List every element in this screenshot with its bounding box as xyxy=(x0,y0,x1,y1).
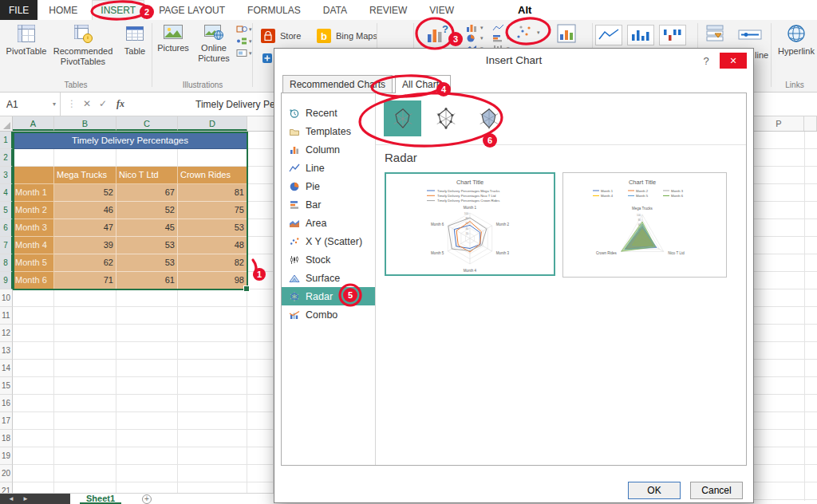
cell[interactable] xyxy=(116,412,178,430)
row-header[interactable]: 7 xyxy=(0,237,13,254)
cell[interactable] xyxy=(13,377,54,395)
cell[interactable] xyxy=(247,325,274,342)
pie-chart-button[interactable]: ▾ xyxy=(466,33,491,43)
cell[interactable] xyxy=(54,360,116,377)
subtype-radar-with-markers[interactable] xyxy=(427,100,464,136)
category-combo[interactable]: Combo xyxy=(282,305,375,324)
tab-formulas[interactable]: FORMULAS xyxy=(239,0,309,20)
cell[interactable]: 71 xyxy=(54,272,116,289)
category-x-y-scatter-[interactable]: X Y (Scatter) xyxy=(282,232,375,250)
cell[interactable] xyxy=(178,430,247,447)
tab-home[interactable]: HOME xyxy=(41,0,85,20)
cell[interactable] xyxy=(178,465,247,482)
select-all-corner[interactable] xyxy=(0,116,13,131)
category-surface[interactable]: Surface xyxy=(282,269,375,287)
cell[interactable] xyxy=(247,254,274,272)
cell[interactable]: 39 xyxy=(54,237,116,254)
line-chart-button[interactable]: ▾ xyxy=(492,23,518,33)
cell[interactable] xyxy=(247,167,274,184)
cell-title[interactable]: Timely Delivery Percentages xyxy=(13,132,247,149)
row-header[interactable]: 19 xyxy=(0,447,13,465)
cell[interactable] xyxy=(116,360,178,377)
scatter-chart-button[interactable]: ▾ xyxy=(515,25,540,41)
cell[interactable] xyxy=(54,395,116,412)
tab-view[interactable]: VIEW xyxy=(421,0,462,20)
cell[interactable] xyxy=(247,342,274,360)
column-sparkline-button[interactable] xyxy=(627,25,654,45)
store-button[interactable]: Store xyxy=(260,28,301,44)
cell[interactable]: Month 1 xyxy=(13,184,54,202)
cell[interactable]: 48 xyxy=(178,237,247,254)
cell[interactable] xyxy=(13,325,54,342)
chart-preview-radar[interactable]: Chart TitleTimely Delivery Percentages M… xyxy=(385,172,555,276)
cell[interactable]: 67 xyxy=(116,184,178,202)
cell[interactable] xyxy=(247,465,274,482)
cell[interactable] xyxy=(247,447,274,465)
category-templates[interactable]: Templates xyxy=(282,122,375,140)
pictures-button[interactable]: Pictures xyxy=(155,23,191,53)
cell[interactable] xyxy=(54,465,116,482)
cell[interactable] xyxy=(178,342,247,360)
row-header[interactable]: 13 xyxy=(0,342,13,360)
cell[interactable]: 53 xyxy=(116,237,178,254)
row-header[interactable]: 18 xyxy=(0,430,13,447)
cell[interactable] xyxy=(247,219,274,237)
row-header[interactable]: 2 xyxy=(0,149,13,167)
category-area[interactable]: Area xyxy=(282,214,375,232)
timeline-button[interactable] xyxy=(734,23,766,45)
cell[interactable] xyxy=(247,202,274,219)
chart-preview-filled-radar[interactable]: Chart TitleMonth 1Month 2Month 3Month 4M… xyxy=(562,172,727,278)
cell[interactable] xyxy=(178,289,247,307)
cell[interactable]: 52 xyxy=(116,202,178,219)
cell[interactable] xyxy=(54,412,116,430)
cell[interactable]: 53 xyxy=(116,254,178,272)
cell[interactable] xyxy=(54,325,116,342)
col-header-a[interactable]: A xyxy=(13,116,54,131)
cell[interactable] xyxy=(116,325,178,342)
cancel-button[interactable]: Cancel xyxy=(690,482,743,499)
insert-function-button[interactable]: fx xyxy=(116,98,124,110)
row-header[interactable]: 9 xyxy=(0,272,13,289)
cell[interactable] xyxy=(116,289,178,307)
dialog-help-button[interactable]: ? xyxy=(701,55,712,67)
cell[interactable] xyxy=(247,237,274,254)
row-header[interactable]: 12 xyxy=(0,325,13,342)
cell[interactable] xyxy=(13,289,54,307)
row-header[interactable]: 5 xyxy=(0,202,13,219)
cell[interactable] xyxy=(54,149,116,167)
column-chart-button[interactable]: ▾ xyxy=(466,23,491,33)
smartart-button[interactable]: ▾ xyxy=(236,37,252,45)
row-header[interactable]: 6 xyxy=(0,219,13,237)
online-pictures-button[interactable]: Online Pictures xyxy=(193,23,235,64)
cell[interactable] xyxy=(13,167,54,184)
tab-review[interactable]: REVIEW xyxy=(361,0,415,20)
cell[interactable]: 52 xyxy=(54,184,116,202)
cell[interactable]: 75 xyxy=(178,202,247,219)
cell[interactable]: 46 xyxy=(54,202,116,219)
next-sheet-icon[interactable]: ► xyxy=(22,495,29,502)
pivotchart-button[interactable] xyxy=(552,23,581,44)
winloss-sparkline-button[interactable] xyxy=(659,25,686,45)
cell[interactable] xyxy=(178,149,247,167)
cell[interactable] xyxy=(247,184,274,202)
cell[interactable] xyxy=(247,307,274,325)
tab-all-charts[interactable]: All Charts xyxy=(395,75,451,93)
cell[interactable] xyxy=(116,465,178,482)
row-header[interactable]: 11 xyxy=(0,307,13,325)
cell[interactable] xyxy=(247,395,274,412)
add-sheet-button[interactable]: + xyxy=(142,494,152,504)
cell[interactable] xyxy=(54,289,116,307)
row-header[interactable]: 3 xyxy=(0,167,13,184)
cell[interactable] xyxy=(13,430,54,447)
row-header[interactable]: 1 xyxy=(0,132,13,149)
table-button[interactable]: Table xyxy=(118,23,152,57)
cell[interactable]: Month 3 xyxy=(13,219,54,237)
cell[interactable] xyxy=(178,360,247,377)
category-radar[interactable]: Radar xyxy=(282,287,375,305)
cell[interactable] xyxy=(247,272,274,289)
col-header-b[interactable]: B xyxy=(54,116,116,131)
category-stock[interactable]: Stock xyxy=(282,250,375,269)
cell[interactable]: Month 5 xyxy=(13,254,54,272)
sheet-tab-sheet1[interactable]: Sheet1 xyxy=(80,494,121,504)
cell[interactable] xyxy=(116,430,178,447)
